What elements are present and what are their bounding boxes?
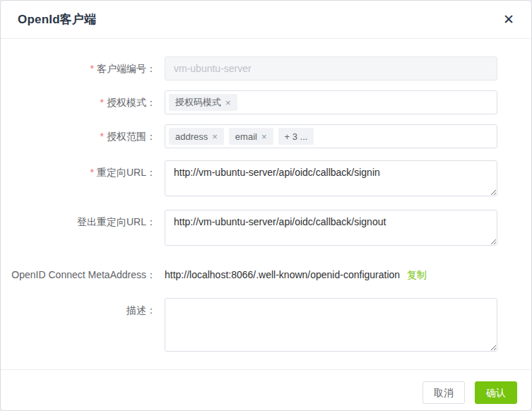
meta-address-value: http://localhost:8066/.well-known/openid… — [165, 268, 400, 282]
tag-label: address — [175, 131, 208, 142]
cancel-button[interactable]: 取消 — [422, 381, 465, 404]
scope-label: *授权范围： — [9, 124, 156, 148]
required-asterisk: * — [100, 131, 104, 142]
tag-scope-address: address × — [169, 128, 224, 145]
required-asterisk: * — [100, 97, 104, 108]
tag-label: email — [235, 131, 257, 142]
form-row-redirect-url: *重定向URL： http://vm-ubuntu-server/api/oid… — [9, 160, 514, 199]
redirect-url-textarea[interactable]: http://vm-ubuntu-server/api/oidc/callbac… — [165, 160, 497, 196]
scope-select[interactable]: address × email × + 3 ... — [165, 124, 497, 148]
tag-close-icon[interactable]: × — [212, 132, 218, 141]
required-asterisk: * — [90, 167, 94, 178]
tag-grant-code-mode: 授权码模式 × — [169, 94, 237, 111]
logout-redirect-url-label: 登出重定向URL： — [9, 210, 156, 234]
meta-address-label: OpenID Connect MetaAddress： — [9, 268, 156, 282]
dialog-body: *客户端编号： *授权模式： 授权码模式 × — [1, 39, 531, 369]
tag-label: 授权码模式 — [175, 96, 221, 109]
form-row-meta-address: OpenID Connect MetaAddress： http://local… — [9, 268, 514, 282]
openid-client-dialog: OpenId客户端 ✕ *客户端编号： *授权模式： 授权码模式 × — [0, 0, 532, 411]
description-textarea[interactable] — [165, 298, 497, 352]
required-asterisk: * — [90, 63, 94, 74]
description-label: 描述： — [9, 298, 156, 322]
client-id-label: *客户端编号： — [9, 56, 156, 81]
tag-scope-email: email × — [229, 128, 273, 145]
dialog-footer: 取消 确认 — [1, 369, 531, 410]
form-row-description: 描述： — [9, 298, 514, 355]
grant-type-label: *授权模式： — [9, 90, 156, 114]
dialog-title: OpenId客户端 — [18, 11, 500, 28]
logout-redirect-url-textarea[interactable]: http://vm-ubuntu-server/api/oidc/callbac… — [165, 210, 497, 246]
tag-close-icon[interactable]: × — [261, 132, 267, 141]
form-row-grant-type: *授权模式： 授权码模式 × — [9, 90, 514, 114]
form-row-scope: *授权范围： address × email × + 3 ... — [9, 124, 514, 148]
tag-close-icon[interactable]: × — [225, 98, 231, 107]
tag-scope-more[interactable]: + 3 ... — [278, 128, 314, 145]
confirm-button[interactable]: 确认 — [475, 381, 517, 404]
form-row-client-id: *客户端编号： — [9, 56, 514, 81]
client-id-input — [165, 56, 497, 81]
redirect-url-label: *重定向URL： — [9, 160, 156, 184]
grant-type-select[interactable]: 授权码模式 × — [165, 90, 497, 114]
tag-label: + 3 ... — [285, 131, 308, 142]
form-row-logout-redirect-url: 登出重定向URL： http://vm-ubuntu-server/api/oi… — [9, 210, 514, 249]
dialog-header: OpenId客户端 ✕ — [1, 1, 531, 39]
close-icon[interactable]: ✕ — [500, 11, 517, 28]
copy-link[interactable]: 复制 — [407, 268, 427, 282]
